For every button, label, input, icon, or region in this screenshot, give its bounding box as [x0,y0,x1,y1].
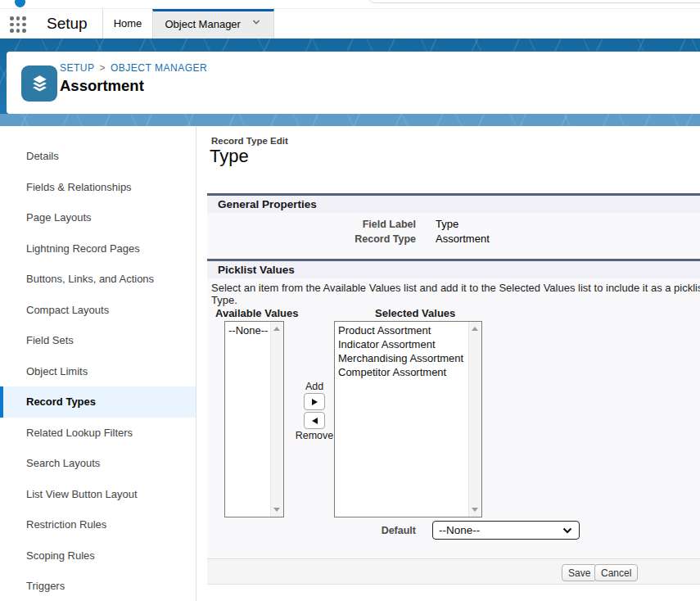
sidebar-item[interactable]: Field Sets [0,325,196,356]
form-row-label: Record Type [207,232,416,246]
sidebar-item-label: Record Types [26,395,96,408]
page-title: Type [210,146,249,167]
global-header-strip [0,0,700,9]
picklist-values-section: Picklist Values Select an item from the … [207,259,700,558]
selected-values-listbox[interactable]: Product AssortmentIndicator AssortmentMe… [334,321,482,517]
scroll-up-icon[interactable] [273,327,280,331]
sidebar-item-label: Object Limits [26,365,88,377]
sidebar-item[interactable]: Lightning Record Pages [0,233,196,264]
form-row: Field Label Type [207,217,700,232]
sidebar-item-label: Scoping Rules [26,549,95,562]
form-action-strip: Save Cancel [207,558,700,585]
chevron-down-icon [562,527,572,534]
sidebar-item-label: Buttons, Links, and Actions [26,273,154,285]
picklist-description-line2: Type. [211,294,237,306]
picklist-values-body: Select an item from the Available Values… [207,278,700,558]
form-row-label: Field Label [207,217,416,232]
scroll-up-icon[interactable] [472,327,478,331]
available-values-label: Available Values [215,307,298,319]
sidebar-item-label: Compact Layouts [26,304,109,316]
selected-values-scrollbar[interactable] [468,322,481,517]
setup-page: Setup Home Object Manager SET [0,0,700,601]
app-body: Details Fields & Relationships Page Layo… [0,126,700,601]
sidebar-item[interactable]: Buttons, Links, and Actions [0,264,196,295]
object-layers-icon [21,66,57,102]
setup-nav-bar: Setup Home Object Manager [0,9,700,38]
listbox-option[interactable]: Indicator Assortment [338,337,469,351]
sidebar-item-label: Fields & Relationships [26,181,132,193]
picklist-values-header: Picklist Values [207,261,700,278]
sidebar-item-label: Triggers [26,580,65,592]
sidebar-item-label: Page Layouts [26,211,92,224]
sidebar-item[interactable]: Related Lookup Filters [0,418,196,449]
app-launcher-icon[interactable] [10,16,26,33]
sidebar-item[interactable]: Scoping Rules [0,540,196,572]
sidebar-item[interactable]: Fields & Relationships [0,172,196,203]
listbox-option[interactable]: --None-- [228,323,271,337]
breadcrumb-setup-link[interactable]: SETUP [60,62,95,74]
selected-values-options: Product AssortmentIndicator AssortmentMe… [335,322,469,517]
default-label: Default [207,525,416,536]
app-label: Setup [47,9,88,38]
available-values-listbox[interactable]: --None-- [224,321,284,517]
sidebar-item[interactable]: List View Button Layout [0,479,196,510]
salesforce-logo-icon [15,0,25,7]
sidebar-item[interactable]: Record Types [0,386,196,418]
sidebar-item-label: Details [26,150,59,162]
remove-label: Remove [289,430,340,441]
picklist-description-line1: Select an item from the Available Values… [211,282,700,294]
add-label: Add [289,381,340,392]
sidebar-item-label: Related Lookup Filters [26,427,133,439]
general-properties-header: General Properties [207,196,700,213]
add-button[interactable] [304,393,325,410]
listbox-option[interactable]: Merchandising Assortment [338,351,469,365]
scroll-down-icon[interactable] [472,508,478,512]
setup-banner: SETUP>OBJECT MANAGER Assortment [0,38,700,126]
breadcrumb-object-manager-link[interactable]: OBJECT MANAGER [111,62,207,74]
sidebar-item[interactable]: Page Layouts [0,202,196,233]
default-select-value: --None-- [433,524,562,536]
general-properties-body: Field Label Type Record Type Assortment [207,213,700,260]
sidebar-item[interactable]: Object Limits [0,356,196,387]
sidebar-item-label: Lightning Record Pages [26,242,140,255]
sidebar-item-label: Restriction Rules [26,518,106,531]
tab-home[interactable]: Home [103,9,152,38]
object-manager-sidebar: Details Fields & Relationships Page Layo… [0,126,196,601]
triangle-right-icon [312,399,318,405]
listbox-option[interactable]: Competitor Assortment [338,365,469,379]
listbox-option[interactable]: Product Assortment [338,323,469,337]
remove-button[interactable] [304,412,325,429]
general-properties-section: General Properties Field Label Type Reco… [207,193,700,260]
breadcrumb: SETUP>OBJECT MANAGER [60,62,207,74]
save-button[interactable]: Save [562,564,597,581]
scroll-down-icon[interactable] [273,508,280,512]
selected-values-label: Selected Values [375,307,455,319]
object-header-card: SETUP>OBJECT MANAGER Assortment [7,52,700,114]
form-row: Record Type Assortment [207,232,700,246]
sidebar-item-label: Field Sets [26,334,74,346]
sidebar-item[interactable]: Search Layouts [0,448,196,479]
sidebar-item-label: List View Button Layout [26,488,138,500]
sidebar-item-label: Search Layouts [26,457,100,469]
tab-object-manager[interactable]: Object Manager [152,9,274,38]
available-values-scrollbar[interactable] [270,322,283,517]
global-search-box-fragment[interactable] [368,0,700,3]
tab-object-manager-label: Object Manager [165,18,241,30]
main-content: Record Type Edit Type General Properties… [196,126,700,601]
sidebar-item[interactable]: Compact Layouts [0,295,196,326]
sidebar-item[interactable]: Restriction Rules [0,509,196,540]
form-row-value: Type [416,217,458,232]
triangle-left-icon [312,418,318,424]
cancel-button[interactable]: Cancel [594,564,638,581]
sidebar-item[interactable]: Details [0,141,196,172]
available-values-options: --None-- [225,322,271,517]
object-title: Assortment [60,77,144,95]
form-row-value: Assortment [416,232,490,246]
page-eyebrow: Record Type Edit [211,136,288,146]
chevron-down-icon [251,11,262,37]
sidebar-item[interactable]: Triggers [0,571,196,601]
breadcrumb-separator: > [100,62,106,74]
default-select[interactable]: --None-- [432,521,580,540]
